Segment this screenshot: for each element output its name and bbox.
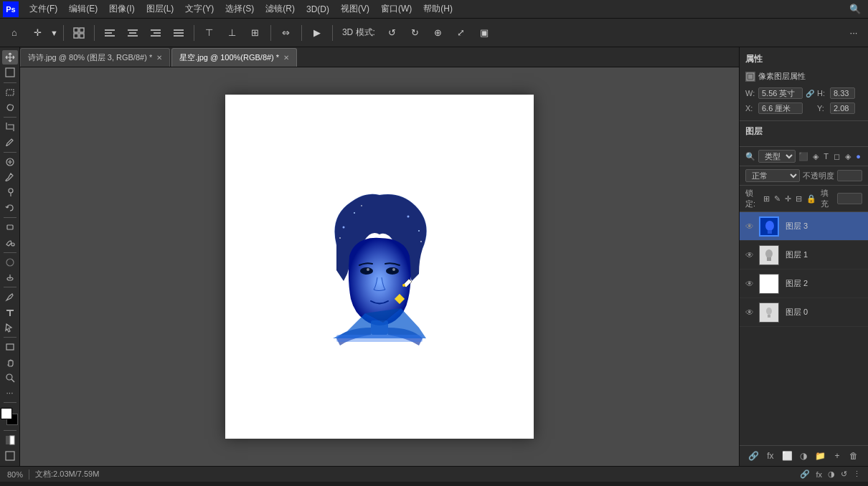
menu-text[interactable]: 文字(Y) [180, 1, 219, 16]
filter-adjust-icon[interactable]: ◈ [811, 151, 819, 162]
move-tool-btn[interactable] [2, 50, 18, 65]
align-justify-icon[interactable] [169, 23, 189, 43]
props-h-value[interactable] [830, 87, 855, 99]
eyedropper-tool[interactable] [2, 135, 18, 149]
pen-tool[interactable] [2, 290, 18, 304]
delete-layer-icon[interactable]: 🗑 [847, 449, 860, 462]
chain-icon[interactable]: 🔗 [805, 88, 815, 98]
layer-item[interactable]: 👁 图层 0 [740, 298, 868, 327]
add-link-icon[interactable]: 🔗 [747, 449, 760, 462]
layer-visibility-icon[interactable]: 👁 [744, 307, 755, 318]
tab-poetry-close[interactable]: ✕ [156, 54, 162, 62]
menu-select[interactable]: 选择(S) [220, 1, 259, 16]
blur-tool[interactable] [2, 255, 18, 270]
clone-stamp-tool[interactable] [2, 185, 18, 199]
add-mask-icon[interactable]: ⬜ [780, 449, 793, 462]
layer-item[interactable]: 👁 图层 2 [740, 270, 868, 298]
home-icon[interactable]: ⌂ [4, 23, 24, 43]
align-center-icon[interactable] [123, 23, 143, 43]
history-brush-tool[interactable] [2, 201, 18, 215]
zoom-extent-icon[interactable]: ⤢ [451, 23, 471, 43]
lock-artboard-icon[interactable]: ⊟ [796, 194, 802, 204]
search-icon[interactable]: 🔍 [845, 0, 865, 19]
props-w-value[interactable] [758, 87, 803, 99]
layer-visibility-icon[interactable]: 👁 [744, 249, 755, 261]
filter-text-icon[interactable]: T [822, 151, 830, 162]
hand-tool[interactable] [2, 355, 18, 369]
path-select-tool[interactable] [2, 320, 18, 335]
video-icon[interactable]: ▶ [307, 23, 327, 43]
menu-view[interactable]: 视图(V) [336, 1, 374, 16]
lasso-tool[interactable] [2, 100, 18, 115]
layer-visibility-icon[interactable]: 👁 [744, 221, 755, 232]
link-icon-status[interactable]: 🔗 [800, 470, 810, 479]
add-adjustment-icon[interactable]: ◑ [797, 449, 810, 462]
layer-item[interactable]: 👁 图层 3 [740, 212, 868, 241]
align-left-icon[interactable] [100, 23, 120, 43]
change-screen-mode[interactable] [2, 449, 18, 463]
brush-tool[interactable] [2, 170, 18, 184]
move-tool[interactable]: ✛ [27, 23, 47, 43]
menu-3d[interactable]: 3D(D) [301, 3, 334, 16]
filter-pixel-icon[interactable]: ⬛ [798, 151, 808, 162]
props-x-value[interactable] [758, 103, 803, 114]
more-tools[interactable]: ··· [2, 386, 18, 400]
film-icon[interactable]: ▣ [474, 23, 494, 43]
new-group-icon[interactable]: 📁 [814, 449, 827, 462]
healing-brush-tool[interactable] [2, 155, 18, 169]
distribute-top-icon[interactable]: ⊤ [199, 23, 220, 43]
tab-poetry[interactable]: 诗诗.jpg @ 80% (图层 3, RGB/8#) * ✕ [20, 48, 170, 67]
marquee-rect-tool[interactable] [2, 85, 18, 100]
opacity-value[interactable] [837, 170, 862, 181]
history-icon-status[interactable]: ↺ [841, 470, 847, 479]
filter-smartobj-icon[interactable]: ◈ [844, 151, 852, 162]
fx-icon-status[interactable]: fx [816, 470, 822, 479]
menu-layer[interactable]: 图层(L) [141, 1, 179, 16]
paint-bucket-tool[interactable] [2, 235, 18, 249]
fill-value[interactable] [837, 193, 862, 204]
rectangle-shape-tool[interactable] [2, 340, 18, 354]
more-options-icon[interactable]: ··· [844, 23, 864, 43]
align-right-icon[interactable] [146, 23, 166, 43]
filter-toggle[interactable]: ● [854, 151, 862, 162]
move-dropdown[interactable]: ▼ [50, 29, 58, 37]
dodge-tool[interactable] [2, 270, 18, 285]
filter-search-icon[interactable]: 🔍 [745, 151, 755, 162]
menu-edit[interactable]: 编辑(E) [64, 1, 103, 16]
arrange-icon[interactable] [69, 23, 89, 43]
canvas-content[interactable] [20, 67, 739, 466]
props-y-value[interactable] [830, 103, 855, 114]
tab-starsky[interactable]: 星空.jpg @ 100%(RGB/8#) * ✕ [171, 48, 297, 67]
menu-help[interactable]: 帮助(H) [418, 1, 458, 16]
refresh-icon[interactable]: ↻ [405, 23, 425, 43]
info-icon-status[interactable]: ⋮ [853, 470, 861, 479]
tab-starsky-close[interactable]: ✕ [283, 54, 289, 62]
foreground-color[interactable] [1, 408, 12, 419]
distribute-mid-icon[interactable]: ⊥ [222, 23, 242, 43]
lock-all-icon[interactable]: 🔒 [806, 194, 816, 204]
eraser-tool[interactable] [2, 220, 18, 234]
layer-item[interactable]: 👁 图层 1 [740, 241, 868, 270]
add-fx-icon[interactable]: fx [764, 449, 777, 462]
layers-filter-combo[interactable]: 类型 [758, 150, 796, 163]
menu-filter[interactable]: 滤镜(R) [260, 1, 300, 16]
menu-window[interactable]: 窗口(W) [376, 1, 417, 16]
lock-pixel-icon[interactable]: ✎ [774, 194, 780, 204]
quick-mask-mode[interactable] [2, 433, 18, 447]
type-tool[interactable] [2, 305, 18, 319]
target-icon[interactable]: ⊕ [428, 23, 448, 43]
distribute-bot-icon[interactable]: ⊞ [245, 23, 265, 43]
lock-position-icon[interactable]: ✛ [785, 194, 791, 204]
layer-visibility-icon[interactable]: 👁 [744, 278, 755, 290]
distribute-h-icon[interactable]: ⇔ [276, 23, 296, 43]
new-layer-icon[interactable]: + [831, 449, 844, 462]
blend-mode-combo[interactable]: 正常 [745, 169, 800, 182]
rotate-icon[interactable]: ↺ [382, 23, 402, 43]
artboard-tool[interactable] [2, 65, 18, 80]
menu-image[interactable]: 图像(I) [104, 1, 139, 16]
lock-transparent-icon[interactable]: ⊞ [763, 194, 770, 204]
menu-file[interactable]: 文件(F) [24, 1, 62, 16]
mask-icon-status[interactable]: ◑ [828, 470, 835, 479]
crop-tool[interactable] [2, 120, 18, 134]
zoom-tool[interactable] [2, 371, 18, 385]
